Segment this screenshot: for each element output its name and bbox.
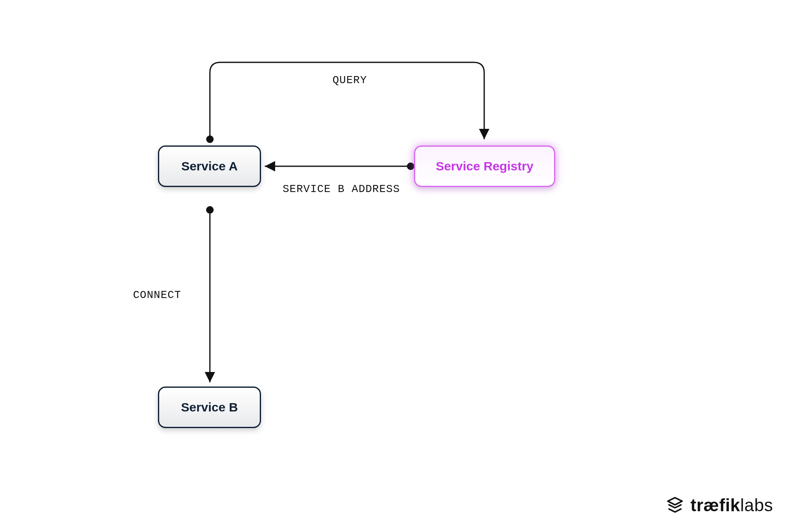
edges-layer xyxy=(0,0,798,532)
brand-text: træfiklabs xyxy=(690,495,773,515)
brand-text-light: labs xyxy=(740,495,773,515)
edge-connect-origin-dot xyxy=(206,206,214,214)
diagram-canvas: Service A Service Registry Service B QUE… xyxy=(0,0,798,532)
edge-address-origin-dot xyxy=(407,163,414,170)
node-service-a: Service A xyxy=(158,145,261,187)
edge-label-address: SERVICE B ADDRESS xyxy=(283,183,400,195)
node-service-a-label: Service A xyxy=(181,159,238,173)
node-service-b: Service B xyxy=(158,387,261,428)
brand-logo: træfiklabs xyxy=(665,495,773,515)
brand-text-bold: træfik xyxy=(690,495,740,515)
traefik-icon xyxy=(665,496,685,515)
edge-label-connect: CONNECT xyxy=(133,289,181,301)
node-service-registry: Service Registry xyxy=(414,145,555,187)
node-service-b-label: Service B xyxy=(181,400,238,414)
node-service-registry-label: Service Registry xyxy=(436,159,533,173)
edge-query-origin-dot xyxy=(206,135,214,143)
edge-label-query: QUERY xyxy=(332,74,367,86)
